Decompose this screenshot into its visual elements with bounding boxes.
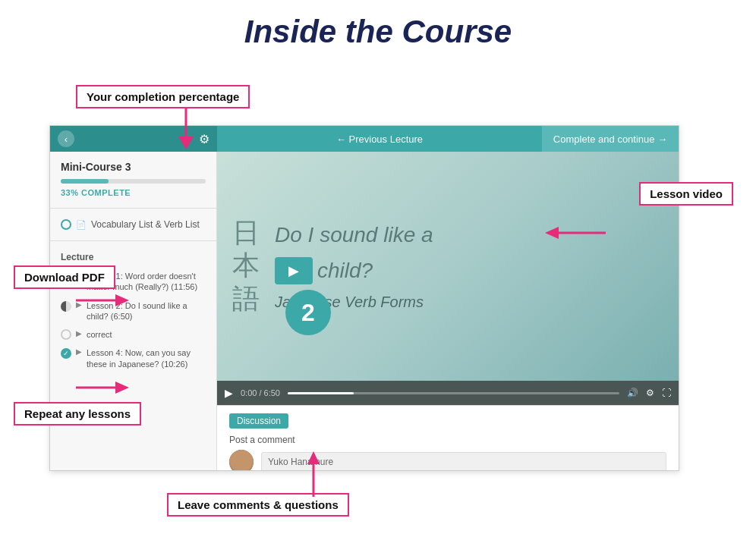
annotation-repeat-lessons: Repeat any lessons bbox=[14, 402, 141, 426]
pdf-circle-icon bbox=[61, 219, 71, 230]
arrow-video-svg bbox=[545, 224, 606, 242]
avatar bbox=[229, 450, 254, 470]
progress-bar-fill bbox=[61, 179, 109, 184]
progress-bar-bg bbox=[61, 179, 206, 184]
lesson-item-4[interactable]: ✓ ▶ Lesson 4: Now, can you say these in … bbox=[50, 344, 216, 373]
video-progress-bar[interactable] bbox=[288, 392, 619, 394]
lesson-text-4: Lesson 4: Now, can you say these in Japa… bbox=[87, 347, 206, 369]
video-volume-icon[interactable]: 🔊 bbox=[627, 388, 638, 398]
commenter-name: Yuko Hanamure bbox=[268, 457, 333, 467]
svg-marker-3 bbox=[545, 227, 559, 239]
video-play-row: ▶ child? bbox=[275, 257, 373, 284]
sidebar-pdf-row[interactable]: 📄 Vocabulary List & Verb List bbox=[50, 215, 216, 234]
discussion-row: Yuko Hanamure bbox=[229, 450, 666, 470]
video-content: 日本語 Do I sound like a ▶ child? Japanese … bbox=[217, 152, 679, 381]
lesson-item-2[interactable]: ▶ Lesson 2: Do I sound like a child? (6:… bbox=[50, 297, 216, 326]
course-ui: ‹ ⚙ ← Previous Lecture Complete and cont… bbox=[49, 125, 679, 471]
pdf-label: Vocabulary List & Verb List bbox=[91, 219, 200, 230]
arrow-to-comments bbox=[305, 448, 322, 500]
video-settings-icon[interactable]: ⚙ bbox=[646, 388, 654, 398]
svg-marker-9 bbox=[307, 451, 320, 464]
discussion-area: Discussion Post a comment Yuko Hanamure bbox=[217, 405, 679, 470]
video-number-circle: 2 bbox=[285, 290, 331, 335]
annotation-lesson-video: Lesson video bbox=[639, 182, 733, 206]
nav-complete-continue[interactable]: Complete and continue → bbox=[542, 126, 679, 152]
arrow-to-progress bbox=[171, 108, 201, 152]
video-progress-fill bbox=[288, 392, 354, 394]
svg-marker-7 bbox=[115, 382, 129, 394]
lesson-item-3[interactable]: ▶ correct bbox=[50, 325, 216, 344]
video-time: 0:00 / 6:50 bbox=[241, 388, 280, 397]
lesson-check-icon-4: ✓ bbox=[61, 348, 71, 359]
progress-label: COMPLETE bbox=[81, 188, 131, 197]
progress-text: 33% COMPLETE bbox=[61, 188, 206, 197]
lecture-section-label: Lecture bbox=[50, 247, 216, 267]
top-nav: ‹ ⚙ ← Previous Lecture Complete and cont… bbox=[50, 126, 679, 152]
arrow-to-pdf bbox=[76, 292, 129, 312]
annotation-completion: Your completion percentage bbox=[76, 85, 250, 108]
discussion-tab[interactable]: Discussion bbox=[229, 413, 288, 429]
nav-prev-lecture[interactable]: ← Previous Lecture bbox=[217, 133, 542, 145]
lesson-video-icon-3: ▶ bbox=[76, 329, 82, 338]
annotation-download-pdf: Download PDF bbox=[14, 265, 115, 289]
lesson-empty-icon-3 bbox=[61, 329, 71, 340]
video-title-text-2: child? bbox=[317, 259, 373, 283]
nav-back-button[interactable]: ‹ bbox=[58, 130, 74, 147]
video-title-text-1: Do I sound like a bbox=[275, 223, 433, 247]
sidebar-divider-2 bbox=[50, 240, 216, 241]
discussion-post-label: Post a comment bbox=[229, 435, 666, 445]
pdf-file-icon: 📄 bbox=[76, 220, 87, 230]
sidebar-header: Mini-Course 3 33% COMPLETE bbox=[50, 152, 216, 202]
video-japanese-text: 日本語 bbox=[217, 217, 260, 316]
avatar-face bbox=[229, 450, 254, 470]
video-play-icon[interactable]: ▶ bbox=[225, 387, 233, 399]
arrow-completion-svg bbox=[171, 108, 201, 149]
complete-continue-label: Complete and continue → bbox=[553, 133, 667, 145]
arrow-pdf-svg bbox=[76, 292, 129, 309]
svg-marker-1 bbox=[178, 137, 194, 149]
sidebar-course-title: Mini-Course 3 bbox=[61, 161, 206, 173]
arrow-lesson2-svg bbox=[76, 379, 129, 396]
lesson-half-icon-2 bbox=[61, 301, 71, 312]
lesson-text-3: correct bbox=[87, 329, 112, 340]
video-title-line1: Do I sound like a bbox=[275, 221, 433, 249]
arrow-comments-svg bbox=[305, 448, 322, 497]
sidebar-divider bbox=[50, 208, 216, 209]
video-fullscreen-icon[interactable]: ⛶ bbox=[662, 388, 671, 398]
arrow-to-lesson2 bbox=[76, 379, 129, 399]
progress-percent: 33% bbox=[61, 188, 79, 197]
page-title: Inside the Course bbox=[0, 0, 756, 64]
video-title-line2-wrap: ▶ child? bbox=[275, 257, 373, 284]
video-area: 日本語 Do I sound like a ▶ child? Japanese … bbox=[217, 152, 679, 470]
video-controls: ▶ 0:00 / 6:50 🔊 ⚙ ⛶ bbox=[217, 381, 679, 405]
video-play-button[interactable]: ▶ bbox=[275, 257, 313, 284]
arrow-to-video bbox=[545, 224, 606, 245]
comment-input[interactable]: Yuko Hanamure bbox=[261, 452, 666, 470]
lesson-video-icon-4: ▶ bbox=[76, 347, 82, 356]
course-body: Mini-Course 3 33% COMPLETE 📄 Vocabulary … bbox=[50, 152, 679, 470]
svg-marker-5 bbox=[115, 294, 129, 306]
prev-lecture-label: ← Previous Lecture bbox=[336, 133, 423, 145]
